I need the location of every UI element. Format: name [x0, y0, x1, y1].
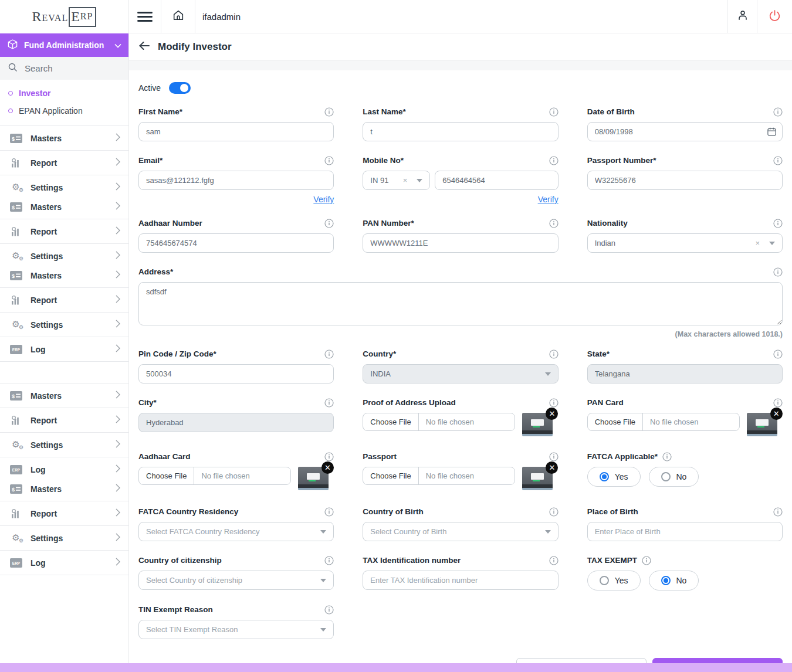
sidebar-menu-item[interactable]: ⚙⚙Settings$Masters — [0, 175, 128, 219]
pan-number-input[interactable] — [363, 233, 558, 253]
mobile-verify-link[interactable]: Verify — [363, 195, 558, 204]
nationality-select[interactable]: Indian × — [587, 233, 783, 253]
select-placeholder: Select FATCA Country Residency — [146, 527, 320, 536]
info-icon[interactable] — [549, 398, 559, 408]
info-icon[interactable] — [324, 156, 334, 165]
sidebar-item-label: Investor — [19, 89, 50, 98]
first-name-input[interactable] — [138, 122, 334, 141]
info-icon[interactable] — [773, 507, 783, 517]
info-icon[interactable] — [642, 556, 651, 565]
aadhaar-card-file-input[interactable]: Choose File No file chosen — [138, 467, 291, 485]
remove-file-icon[interactable]: ✕ — [546, 408, 558, 420]
tax-exempt-no-radio[interactable]: No — [649, 571, 699, 590]
passport-thumbnail[interactable]: ✕ — [522, 467, 553, 490]
address-textarea[interactable]: sdfsdf — [138, 282, 783, 325]
back-button[interactable] — [138, 41, 150, 53]
info-icon[interactable] — [549, 156, 559, 165]
info-icon[interactable] — [549, 107, 559, 117]
dob-input[interactable] — [587, 122, 783, 141]
sidebar-menu-item[interactable]: ERPLog — [0, 550, 128, 575]
calendar-icon[interactable] — [767, 127, 777, 139]
info-icon[interactable] — [324, 507, 334, 517]
info-icon[interactable] — [549, 507, 559, 517]
clear-icon[interactable]: × — [755, 239, 760, 247]
sidebar-menu-item[interactable]: Report — [0, 408, 128, 432]
info-icon[interactable] — [549, 452, 559, 461]
pan-card-file-input[interactable]: Choose File No file chosen — [587, 413, 740, 431]
info-icon[interactable] — [549, 349, 559, 359]
fatca-country-select[interactable]: Select FATCA Country Residency — [138, 522, 334, 541]
remove-file-icon[interactable]: ✕ — [770, 408, 783, 420]
sidebar-menu-item[interactable]: ⚙⚙Settings$Masters — [0, 243, 128, 287]
tax-exempt-yes-radio[interactable]: Yes — [587, 571, 641, 590]
sidebar-menu-item[interactable]: Report — [0, 287, 128, 312]
info-icon[interactable] — [662, 452, 672, 461]
tax-id-input[interactable] — [363, 571, 558, 590]
sidebar-menu-item[interactable]: Report — [0, 150, 128, 175]
aadhaar-card-thumbnail[interactable]: ✕ — [298, 467, 329, 490]
pan-card-thumbnail[interactable]: ✕ — [747, 413, 777, 436]
home-button[interactable] — [161, 0, 195, 33]
sidebar-menu-item[interactable]: Report — [0, 501, 128, 525]
sidebar-item-investor[interactable]: Investor — [0, 84, 128, 102]
pin-code-input[interactable] — [138, 364, 334, 383]
chevron-right-icon — [116, 344, 120, 355]
info-icon[interactable] — [324, 107, 334, 117]
info-icon[interactable] — [324, 605, 334, 615]
proof-of-address-thumbnail[interactable]: ✕ — [522, 413, 553, 436]
country-of-birth-select[interactable]: Select Country of Birth — [363, 522, 558, 541]
sidebar-item-epan-application[interactable]: EPAN Application — [0, 102, 128, 120]
aadhaar-number-input[interactable] — [138, 233, 334, 253]
sidebar-menu-item[interactable]: $Masters — [0, 383, 128, 408]
sidebar-menu-item[interactable]: ⚙⚙Settings — [0, 432, 128, 457]
module-selector[interactable]: Fund Administration — [0, 33, 128, 57]
info-icon[interactable] — [773, 107, 783, 117]
place-of-birth-input[interactable] — [587, 522, 783, 541]
sidebar-menu-item[interactable]: ERPLog — [0, 337, 128, 361]
info-icon[interactable] — [324, 398, 334, 408]
info-icon[interactable] — [773, 156, 783, 165]
sidebar-search[interactable]: Search — [0, 57, 128, 80]
choose-file-button[interactable]: Choose File — [363, 467, 418, 484]
passport-number-input[interactable] — [587, 171, 783, 190]
remove-file-icon[interactable]: ✕ — [321, 461, 334, 474]
profile-button[interactable] — [727, 0, 757, 33]
remove-file-icon[interactable]: ✕ — [546, 461, 558, 474]
info-icon[interactable] — [773, 267, 783, 277]
sidebar-menu-item[interactable]: ERPLog$Masters — [0, 457, 128, 501]
fatca-no-radio[interactable]: No — [649, 467, 699, 487]
email-input[interactable] — [138, 171, 334, 190]
choose-file-button[interactable]: Choose File — [588, 413, 643, 430]
info-icon[interactable] — [773, 219, 783, 228]
choose-file-button[interactable]: Choose File — [139, 467, 194, 484]
sidebar-menu-item[interactable]: Report — [0, 219, 128, 243]
fatca-yes-radio[interactable]: Yes — [587, 467, 641, 487]
choose-file-button[interactable]: Choose File — [363, 413, 418, 430]
info-icon[interactable] — [324, 452, 334, 461]
info-icon[interactable] — [324, 349, 334, 359]
active-toggle[interactable] — [169, 82, 191, 94]
email-verify-link[interactable]: Verify — [138, 195, 334, 204]
country-code-select[interactable]: IN 91 × — [363, 171, 430, 190]
info-icon[interactable] — [549, 556, 559, 565]
last-name-input[interactable] — [363, 122, 558, 141]
info-icon[interactable] — [324, 219, 334, 228]
chevron-right-icon — [116, 320, 120, 330]
info-icon[interactable] — [773, 398, 783, 408]
info-icon[interactable] — [324, 556, 334, 565]
info-icon[interactable] — [549, 219, 559, 228]
country-select[interactable]: INDIA — [363, 364, 558, 383]
sidebar-menu-item[interactable]: ⚙⚙Settings — [0, 312, 128, 337]
clear-icon[interactable]: × — [403, 176, 408, 185]
logout-button[interactable] — [757, 0, 792, 33]
citizenship-select[interactable]: Select Country of citizenship — [138, 571, 334, 590]
menu-toggle-button[interactable] — [129, 0, 161, 33]
proof-of-address-file-input[interactable]: Choose File No file chosen — [363, 413, 515, 431]
sidebar-menu-item[interactable]: ⚙⚙Settings — [0, 525, 128, 550]
passport-file-input[interactable]: Choose File No file chosen — [363, 467, 515, 485]
tin-exempt-reason-select[interactable]: Select TIN Exempt Reason — [138, 620, 334, 639]
mobile-input[interactable] — [435, 171, 558, 190]
sidebar-menu-item[interactable]: $Masters — [0, 125, 128, 150]
info-icon[interactable] — [773, 349, 783, 359]
dropdown-caret-icon — [320, 530, 326, 534]
